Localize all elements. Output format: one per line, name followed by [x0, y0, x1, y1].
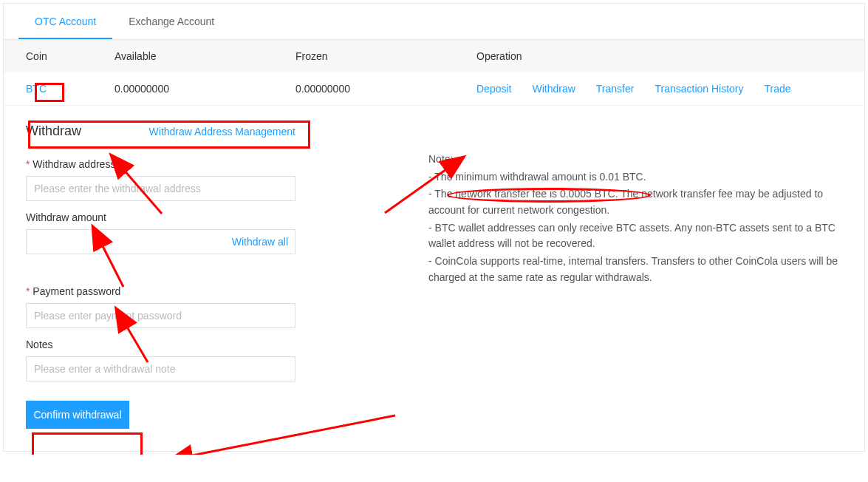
frozen-value: 0.00000000 [295, 83, 476, 95]
notes-label: Notes [26, 339, 295, 350]
balances-header: Coin Available Frozen Operation [4, 40, 864, 72]
note-network-fee: - The network transfer fee is 0.0005 BTC… [428, 186, 842, 218]
transfer-link[interactable]: Transfer [596, 83, 635, 95]
transaction-history-link[interactable]: Transaction History [655, 83, 743, 95]
withdraw-address-management-link[interactable]: Withdraw Address Management [149, 126, 295, 138]
col-frozen-header: Frozen [295, 50, 476, 62]
withdraw-all-link[interactable]: Withdraw all [232, 236, 288, 248]
payment-password-input[interactable] [26, 303, 295, 328]
trade-link[interactable]: Trade [765, 83, 791, 95]
note-min-withdrawal: - The minimum withdrawal amount is 0.01 … [428, 169, 842, 186]
withdraw-address-input[interactable] [26, 176, 295, 201]
tab-exchange-account[interactable]: Exchange Account [112, 4, 230, 39]
tab-otc-account[interactable]: OTC Account [18, 4, 112, 39]
payment-password-label: Payment password [26, 285, 295, 297]
col-coin-header: Coin [26, 50, 115, 62]
withdraw-amount-label: Withdraw amount [26, 211, 295, 223]
note-heading: Note: [428, 152, 842, 168]
table-row: BTC 0.00000000 0.00000000 Deposit Withdr… [4, 72, 864, 106]
available-value: 0.00000000 [115, 83, 295, 95]
note-btc-address: - BTC wallet addresses can only receive … [428, 220, 842, 252]
col-available-header: Available [115, 50, 295, 62]
withdraw-title: Withdraw [26, 123, 81, 139]
confirm-withdrawal-button[interactable]: Confirm withdrawal [26, 401, 129, 429]
withdraw-link[interactable]: Withdraw [532, 83, 575, 95]
deposit-link[interactable]: Deposit [476, 83, 511, 95]
coin-btc-link[interactable]: BTC [26, 83, 47, 95]
notes-input[interactable] [26, 356, 295, 381]
col-operation-header: Operation [476, 50, 842, 62]
note-panel: Note: - The minimum withdrawal amount is… [428, 118, 842, 429]
note-internal-transfer: - CoinCola supports real-time, internal … [428, 254, 842, 285]
withdraw-address-label: Withdraw address [26, 158, 295, 170]
